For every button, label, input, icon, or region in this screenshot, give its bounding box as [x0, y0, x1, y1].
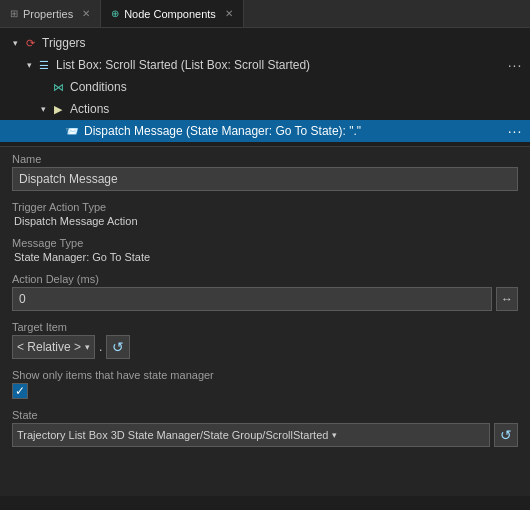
show-only-group: Show only items that have state manager …: [0, 363, 530, 403]
tree-row-conditions[interactable]: ▸ ⋈ Conditions: [0, 76, 530, 98]
tree-row-dispatch[interactable]: ▸ 📨 Dispatch Message (State Manager: Go …: [0, 120, 530, 142]
state-reset[interactable]: ↺: [494, 423, 518, 447]
expand-dispatch[interactable]: ▸: [50, 126, 64, 136]
state-select[interactable]: Trajectory List Box 3D State Manager/Sta…: [12, 423, 490, 447]
target-item-select[interactable]: < Relative > ▾: [12, 335, 95, 359]
conditions-label: Conditions: [70, 80, 526, 94]
target-item-group: Target Item < Relative > ▾ . ↺: [0, 315, 530, 363]
expand-triggers[interactable]: ▾: [8, 38, 22, 48]
expand-conditions[interactable]: ▸: [36, 82, 50, 92]
target-item-value: < Relative >: [17, 340, 81, 354]
properties-tab-icon: ⊞: [10, 8, 18, 19]
checkbox-check-icon: ✓: [15, 384, 25, 398]
dispatch-icon: 📨: [64, 123, 80, 139]
dispatch-dots-button[interactable]: ···: [504, 122, 526, 140]
node-components-tab-close[interactable]: ✕: [225, 8, 233, 19]
tab-properties[interactable]: ⊞ Properties ✕: [0, 0, 101, 27]
name-input[interactable]: [12, 167, 518, 191]
target-item-caret: ▾: [85, 342, 90, 352]
condition-icon: ⋈: [50, 79, 66, 95]
tree-row-listbox[interactable]: ▾ ☰ List Box: Scroll Started (List Box: …: [0, 54, 530, 76]
listbox-icon: ☰: [36, 57, 52, 73]
target-item-reset[interactable]: ↺: [106, 335, 130, 359]
message-type-label: Message Type: [12, 237, 518, 249]
action-delay-group: Action Delay (ms) ↔: [0, 267, 530, 315]
target-item-label: Target Item: [12, 321, 518, 333]
tab-node-components[interactable]: ⊕ Node Components ✕: [101, 0, 244, 27]
show-only-checkbox-row: ✓: [12, 383, 518, 399]
tree-panel: ▾ ⟳ Triggers ▾ ☰ List Box: Scroll Starte…: [0, 28, 530, 146]
actions-icon: ▶: [50, 101, 66, 117]
action-delay-input[interactable]: [12, 287, 492, 311]
name-group: Name: [0, 147, 530, 195]
tab-bar: ⊞ Properties ✕ ⊕ Node Components ✕: [0, 0, 530, 28]
trigger-action-type-group: Trigger Action Type Dispatch Message Act…: [0, 195, 530, 231]
tree-row-triggers[interactable]: ▾ ⟳ Triggers: [0, 32, 530, 54]
node-components-tab-label: Node Components: [124, 8, 216, 20]
name-label: Name: [12, 153, 518, 165]
trigger-icon: ⟳: [22, 35, 38, 51]
listbox-label: List Box: Scroll Started (List Box: Scro…: [56, 58, 504, 72]
action-delay-label: Action Delay (ms): [12, 273, 518, 285]
trigger-action-type-label: Trigger Action Type: [12, 201, 518, 213]
action-delay-row: ↔: [12, 287, 518, 311]
properties-tab-label: Properties: [23, 8, 73, 20]
action-delay-expand[interactable]: ↔: [496, 287, 518, 311]
state-row: Trajectory List Box 3D State Manager/Sta…: [12, 423, 518, 447]
expand-listbox[interactable]: ▾: [22, 60, 36, 70]
expand-actions[interactable]: ▾: [36, 104, 50, 114]
target-item-row: < Relative > ▾ . ↺: [12, 335, 518, 359]
state-value: Trajectory List Box 3D State Manager/Sta…: [17, 429, 328, 441]
actions-label: Actions: [70, 102, 526, 116]
dot-separator: .: [99, 340, 102, 354]
message-type-group: Message Type State Manager: Go To State: [0, 231, 530, 267]
listbox-dots-button[interactable]: ···: [504, 56, 526, 74]
state-group: State Trajectory List Box 3D State Manag…: [0, 403, 530, 453]
triggers-label: Triggers: [42, 36, 526, 50]
node-components-tab-icon: ⊕: [111, 8, 119, 19]
dispatch-label: Dispatch Message (State Manager: Go To S…: [84, 124, 504, 138]
tree-row-actions[interactable]: ▾ ▶ Actions: [0, 98, 530, 120]
show-only-label: Show only items that have state manager: [12, 369, 518, 381]
trigger-action-type-value: Dispatch Message Action: [12, 215, 518, 227]
message-type-value: State Manager: Go To State: [12, 251, 518, 263]
show-only-checkbox[interactable]: ✓: [12, 383, 28, 399]
properties-tab-close[interactable]: ✕: [82, 8, 90, 19]
state-caret: ▾: [332, 430, 337, 440]
detail-panel: Name Trigger Action Type Dispatch Messag…: [0, 146, 530, 496]
state-label: State: [12, 409, 518, 421]
